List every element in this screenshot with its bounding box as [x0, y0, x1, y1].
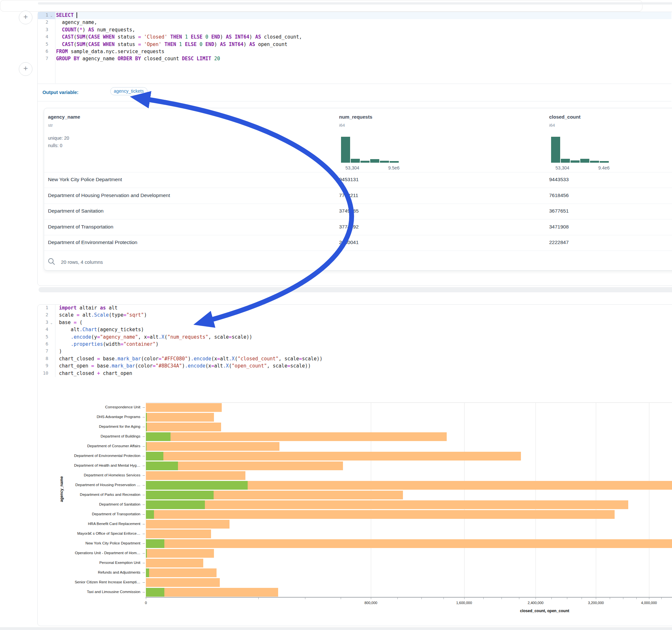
category-tick: [143, 573, 145, 573]
code-line[interactable]: CAST(SUM(CASE WHEN status = 'Open' THEN …: [56, 42, 287, 47]
column-header[interactable]: agency_name: [48, 114, 80, 120]
table-cell-closed-count[interactable]: 9443533: [549, 177, 569, 183]
histogram-bar: [341, 137, 350, 163]
output-variable-badge[interactable]: agency_tickets: [110, 87, 147, 95]
add-cell-button[interactable]: +: [19, 11, 32, 24]
bar-open-count: [146, 422, 147, 431]
bar-open-count: [146, 461, 178, 470]
category-label: DHS Advantage Programs: [42, 415, 140, 419]
cell-shadow-strip: [39, 287, 672, 292]
table-cell-num-requests[interactable]: 3749485: [339, 208, 359, 214]
category-tick: [143, 456, 145, 456]
table-cell-agency-name[interactable]: Department of Environmental Protection: [48, 240, 138, 245]
x-axis-tick: [258, 597, 259, 599]
row-separator: [44, 203, 672, 204]
bar-closed-count: [146, 403, 222, 412]
histogram-max-label: 9.5e6: [383, 165, 405, 170]
table-cell-num-requests[interactable]: 9453131: [339, 177, 359, 183]
category-tick: [143, 476, 145, 476]
category-tick: [143, 485, 145, 485]
table-cell-closed-count[interactable]: 2222847: [549, 240, 569, 245]
category-label: Department of Parks and Recreation: [42, 492, 140, 496]
code-line[interactable]: COUNT(*) AS num_requests,: [56, 27, 135, 33]
table-cell-agency-name[interactable]: New York City Police Department: [48, 177, 122, 183]
table-cell-closed-count[interactable]: 7618456: [549, 193, 569, 198]
table-cell-agency-name[interactable]: Department of Transportation: [48, 224, 114, 230]
histogram-min-label: 53,304: [551, 165, 574, 170]
x-axis-tick: [502, 597, 502, 599]
bar-closed-count: [146, 530, 211, 538]
category-tick: [143, 407, 145, 408]
code-line[interactable]: chart_closed + chart_open: [59, 370, 132, 376]
histogram-bar: [590, 161, 599, 163]
x-axis-tick: [649, 597, 649, 599]
bar-closed-count: [146, 413, 214, 421]
bar-closed-count: [146, 452, 521, 461]
column-stat: unique: 20: [48, 136, 69, 141]
collapse-chevron-icon[interactable]: ⌄: [50, 321, 53, 325]
category-tick: [143, 446, 145, 446]
table-cell-num-requests[interactable]: 2240041: [339, 240, 359, 245]
bar-closed-count: [146, 539, 672, 548]
code-line[interactable]: GROUP BY agency_name ORDER BY closed_cou…: [56, 56, 220, 62]
x-axis-tick: [464, 597, 464, 599]
category-tick: [143, 592, 145, 592]
x-axis-tick: [567, 597, 567, 599]
category-tick: [143, 466, 145, 466]
x-axis-tick: [371, 597, 371, 599]
gridline: [535, 403, 536, 597]
bar-open-count: [146, 510, 154, 519]
gridline: [464, 403, 464, 597]
table-cell-agency-name[interactable]: Department of Housing Preservation and D…: [48, 193, 170, 198]
search-icon[interactable]: [47, 257, 56, 266]
bar-closed-count: [146, 520, 230, 529]
table-cell-closed-count[interactable]: 3471908: [549, 224, 569, 230]
line-number: 5: [36, 42, 48, 47]
category-label: Refunds and Adjustments: [42, 571, 140, 574]
category-label: Department for the Aging: [42, 425, 140, 429]
code-line[interactable]: .properties(width="container"): [59, 341, 159, 347]
bar-closed-count: [146, 578, 220, 587]
line-number: 7: [36, 56, 48, 61]
code-line[interactable]: chart_open = base.mark_bar(color="#8BC34…: [59, 363, 311, 369]
column-header[interactable]: closed_count: [549, 114, 581, 120]
histogram-bar: [380, 161, 389, 163]
x-axis-tick: [398, 597, 398, 599]
code-line[interactable]: FROM sample_data.nyc.service_requests: [56, 49, 164, 54]
code-line[interactable]: base = (: [59, 319, 82, 325]
code-line[interactable]: .encode(y="agency_name", x=alt.X("num_re…: [59, 334, 252, 340]
table-cell-num-requests[interactable]: 7782211: [339, 193, 358, 198]
code-line[interactable]: alt.Chart(agency_tickets): [59, 327, 144, 333]
bar-closed-count: [146, 559, 203, 567]
category-tick: [143, 524, 145, 524]
gridline: [371, 403, 371, 597]
category-label: HRA Benefit Card Replacement: [42, 522, 140, 526]
histogram-bar: [360, 161, 369, 163]
code-line[interactable]: ): [59, 348, 62, 354]
table-cell-agency-name[interactable]: Department of Sanitation: [48, 208, 103, 214]
y-axis-title: agency_name: [59, 477, 64, 502]
category-label: Taxi and Limousine Commission: [42, 590, 140, 594]
x-axis-tick: [581, 597, 582, 599]
line-number: 9: [36, 363, 48, 368]
add-cell-button[interactable]: +: [19, 62, 32, 76]
bar-open-count: [146, 452, 163, 461]
code-line[interactable]: scale = alt.Scale(type="sqrt"): [59, 312, 147, 318]
code-line[interactable]: SELECT: [56, 12, 77, 18]
table-cell-closed-count[interactable]: 3677651: [549, 208, 569, 214]
code-line[interactable]: agency_name,: [56, 20, 97, 25]
histogram-bar: [600, 161, 609, 163]
category-label: Personal Exemption Unit: [42, 561, 140, 564]
histogram-bar: [571, 161, 580, 163]
line-number: 1: [36, 12, 48, 18]
code-line[interactable]: import altair as alt: [59, 305, 118, 311]
code-line[interactable]: CAST(SUM(CASE WHEN status = 'Closed' THE…: [56, 34, 302, 40]
bar-open-count: [146, 481, 248, 490]
column-header[interactable]: num_requests: [339, 114, 373, 120]
code-line[interactable]: chart_closed = base.mark_bar(color="#FFC…: [59, 356, 322, 362]
collapse-chevron-icon[interactable]: ⌄: [50, 14, 53, 18]
section-divider: [38, 101, 671, 101]
x-axis-tick: [596, 597, 596, 599]
table-cell-num-requests[interactable]: 3774892: [339, 224, 359, 230]
column-type: str: [48, 123, 53, 128]
